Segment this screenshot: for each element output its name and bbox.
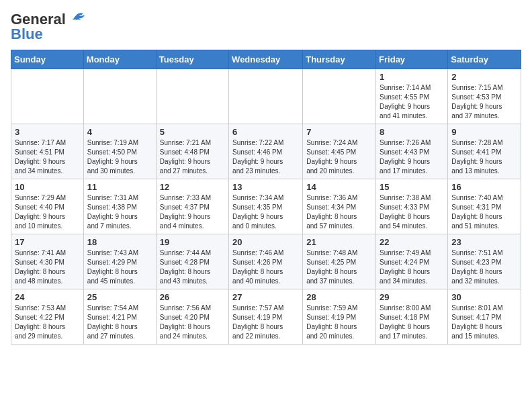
logo-bird-icon — [67, 12, 86, 27]
calendar-cell: 30Sunrise: 8:01 AM Sunset: 4:17 PM Dayli… — [448, 289, 521, 345]
day-info: Sunrise: 8:01 AM Sunset: 4:17 PM Dayligh… — [451, 304, 517, 341]
day-info: Sunrise: 7:19 AM Sunset: 4:50 PM Dayligh… — [87, 138, 152, 176]
weekday-header-friday: Friday — [376, 50, 448, 69]
day-number: 15 — [380, 182, 444, 192]
weekday-header-thursday: Thursday — [303, 50, 376, 69]
calendar-cell: 27Sunrise: 7:57 AM Sunset: 4:19 PM Dayli… — [229, 289, 303, 345]
day-info: Sunrise: 7:15 AM Sunset: 4:53 PM Dayligh… — [451, 83, 517, 121]
calendar-cell: 23Sunrise: 7:51 AM Sunset: 4:23 PM Dayli… — [448, 234, 521, 289]
day-number: 10 — [15, 182, 80, 192]
calendar-cell: 25Sunrise: 7:54 AM Sunset: 4:21 PM Dayli… — [83, 289, 156, 345]
calendar-cell: 5Sunrise: 7:21 AM Sunset: 4:48 PM Daylig… — [156, 124, 228, 179]
calendar-cell: 1Sunrise: 7:14 AM Sunset: 4:55 PM Daylig… — [376, 69, 448, 124]
calendar-cell — [156, 69, 228, 124]
day-number: 3 — [15, 127, 80, 137]
calendar-cell: 7Sunrise: 7:24 AM Sunset: 4:45 PM Daylig… — [303, 124, 376, 179]
day-info: Sunrise: 7:49 AM Sunset: 4:24 PM Dayligh… — [380, 248, 444, 286]
calendar-cell: 12Sunrise: 7:33 AM Sunset: 4:37 PM Dayli… — [156, 179, 228, 234]
day-number: 13 — [232, 182, 299, 192]
day-number: 14 — [306, 182, 372, 192]
calendar-cell: 15Sunrise: 7:38 AM Sunset: 4:33 PM Dayli… — [376, 179, 448, 234]
calendar-cell: 8Sunrise: 7:26 AM Sunset: 4:43 PM Daylig… — [376, 124, 448, 179]
calendar-week-row: 10Sunrise: 7:29 AM Sunset: 4:40 PM Dayli… — [11, 179, 521, 234]
day-number: 4 — [87, 127, 152, 137]
calendar-cell: 14Sunrise: 7:36 AM Sunset: 4:34 PM Dayli… — [303, 179, 376, 234]
day-info: Sunrise: 7:57 AM Sunset: 4:19 PM Dayligh… — [232, 304, 299, 341]
day-number: 8 — [380, 127, 444, 137]
day-info: Sunrise: 7:21 AM Sunset: 4:48 PM Dayligh… — [160, 138, 225, 176]
day-number: 16 — [451, 182, 517, 192]
calendar-cell — [83, 69, 156, 124]
day-info: Sunrise: 7:26 AM Sunset: 4:43 PM Dayligh… — [380, 138, 444, 176]
day-number: 1 — [380, 72, 444, 82]
weekday-header-monday: Monday — [83, 50, 156, 69]
day-info: Sunrise: 7:43 AM Sunset: 4:29 PM Dayligh… — [87, 248, 152, 286]
day-info: Sunrise: 7:51 AM Sunset: 4:23 PM Dayligh… — [451, 248, 517, 286]
day-number: 17 — [15, 237, 80, 247]
calendar-cell: 11Sunrise: 7:31 AM Sunset: 4:38 PM Dayli… — [83, 179, 156, 234]
day-number: 25 — [87, 292, 152, 302]
day-info: Sunrise: 7:31 AM Sunset: 4:38 PM Dayligh… — [87, 193, 152, 231]
calendar-cell — [303, 69, 376, 124]
day-number: 11 — [87, 182, 152, 192]
day-number: 28 — [306, 292, 372, 302]
day-number: 29 — [380, 292, 444, 302]
day-number: 23 — [451, 237, 517, 247]
weekday-header-saturday: Saturday — [448, 50, 521, 69]
day-info: Sunrise: 7:24 AM Sunset: 4:45 PM Dayligh… — [306, 138, 372, 176]
calendar-cell: 18Sunrise: 7:43 AM Sunset: 4:29 PM Dayli… — [83, 234, 156, 289]
day-info: Sunrise: 7:41 AM Sunset: 4:30 PM Dayligh… — [15, 248, 80, 286]
calendar-week-row: 3Sunrise: 7:17 AM Sunset: 4:51 PM Daylig… — [11, 124, 521, 179]
day-info: Sunrise: 7:36 AM Sunset: 4:34 PM Dayligh… — [306, 193, 372, 231]
calendar-cell: 13Sunrise: 7:34 AM Sunset: 4:35 PM Dayli… — [229, 179, 303, 234]
calendar-cell: 19Sunrise: 7:44 AM Sunset: 4:28 PM Dayli… — [156, 234, 228, 289]
day-number: 2 — [451, 72, 517, 82]
day-number: 24 — [15, 292, 80, 302]
day-number: 26 — [160, 292, 225, 302]
calendar-cell: 6Sunrise: 7:22 AM Sunset: 4:46 PM Daylig… — [229, 124, 303, 179]
calendar-week-row: 24Sunrise: 7:53 AM Sunset: 4:22 PM Dayli… — [11, 289, 521, 345]
day-info: Sunrise: 7:40 AM Sunset: 4:31 PM Dayligh… — [451, 193, 517, 231]
logo: General Blue — [11, 11, 86, 43]
day-number: 18 — [87, 237, 152, 247]
day-info: Sunrise: 7:14 AM Sunset: 4:55 PM Dayligh… — [380, 83, 444, 121]
calendar-cell: 17Sunrise: 7:41 AM Sunset: 4:30 PM Dayli… — [11, 234, 84, 289]
calendar-week-row: 17Sunrise: 7:41 AM Sunset: 4:30 PM Dayli… — [11, 234, 521, 289]
calendar-cell: 28Sunrise: 7:59 AM Sunset: 4:19 PM Dayli… — [303, 289, 376, 345]
weekday-header-tuesday: Tuesday — [156, 50, 228, 69]
calendar-cell: 9Sunrise: 7:28 AM Sunset: 4:41 PM Daylig… — [448, 124, 521, 179]
day-number: 21 — [306, 237, 372, 247]
calendar-cell: 24Sunrise: 7:53 AM Sunset: 4:22 PM Dayli… — [11, 289, 84, 345]
calendar-header: SundayMondayTuesdayWednesdayThursdayFrid… — [11, 50, 521, 69]
day-number: 5 — [160, 127, 225, 137]
day-number: 30 — [451, 292, 517, 302]
logo-blue-text: Blue — [11, 26, 43, 43]
day-number: 12 — [160, 182, 225, 192]
calendar-cell: 20Sunrise: 7:46 AM Sunset: 4:26 PM Dayli… — [229, 234, 303, 289]
day-info: Sunrise: 7:56 AM Sunset: 4:20 PM Dayligh… — [160, 304, 225, 341]
day-info: Sunrise: 7:29 AM Sunset: 4:40 PM Dayligh… — [15, 193, 80, 231]
calendar-cell: 2Sunrise: 7:15 AM Sunset: 4:53 PM Daylig… — [448, 69, 521, 124]
weekday-header-sunday: Sunday — [11, 50, 84, 69]
calendar-cell: 10Sunrise: 7:29 AM Sunset: 4:40 PM Dayli… — [11, 179, 84, 234]
day-info: Sunrise: 7:48 AM Sunset: 4:25 PM Dayligh… — [306, 248, 372, 286]
day-number: 27 — [232, 292, 299, 302]
day-info: Sunrise: 8:00 AM Sunset: 4:18 PM Dayligh… — [380, 304, 444, 341]
day-number: 22 — [380, 237, 444, 247]
day-info: Sunrise: 7:59 AM Sunset: 4:19 PM Dayligh… — [306, 304, 372, 341]
calendar-cell — [229, 69, 303, 124]
day-info: Sunrise: 7:22 AM Sunset: 4:46 PM Dayligh… — [232, 138, 299, 176]
day-info: Sunrise: 7:33 AM Sunset: 4:37 PM Dayligh… — [160, 193, 225, 231]
day-number: 19 — [160, 237, 225, 247]
day-info: Sunrise: 7:28 AM Sunset: 4:41 PM Dayligh… — [451, 138, 517, 176]
day-info: Sunrise: 7:44 AM Sunset: 4:28 PM Dayligh… — [160, 248, 225, 286]
weekday-header-wednesday: Wednesday — [229, 50, 303, 69]
day-info: Sunrise: 7:38 AM Sunset: 4:33 PM Dayligh… — [380, 193, 444, 231]
calendar-cell — [11, 69, 84, 124]
calendar-week-row: 1Sunrise: 7:14 AM Sunset: 4:55 PM Daylig… — [11, 69, 521, 124]
page-header: General Blue — [11, 11, 521, 43]
day-number: 7 — [306, 127, 372, 137]
calendar-cell: 22Sunrise: 7:49 AM Sunset: 4:24 PM Dayli… — [376, 234, 448, 289]
calendar-cell: 29Sunrise: 8:00 AM Sunset: 4:18 PM Dayli… — [376, 289, 448, 345]
day-number: 6 — [232, 127, 299, 137]
